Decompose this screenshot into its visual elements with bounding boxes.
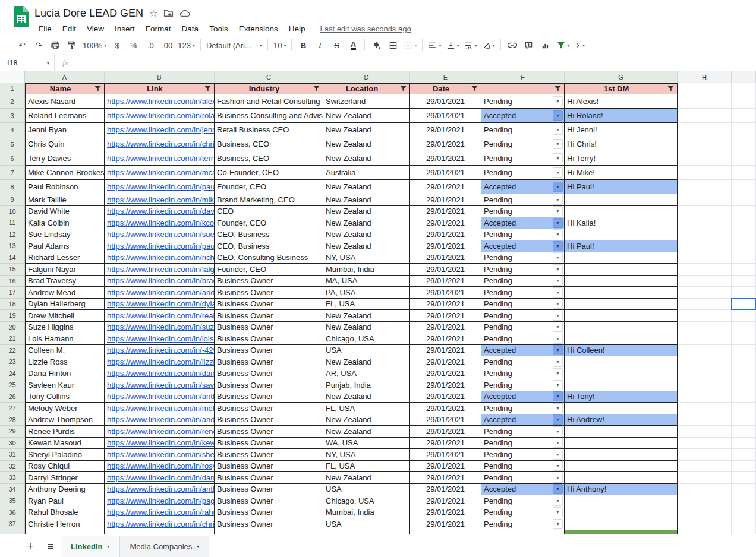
cell-dm[interactable] [565,264,678,276]
cell-industry[interactable]: Founder, CEO [215,180,323,194]
cell-dm[interactable]: Hi Terry! [565,151,678,166]
cell-empty[interactable] [732,276,756,287]
cell-empty[interactable] [678,449,732,461]
star-icon[interactable]: ☆ [149,8,158,19]
row-number[interactable]: 30 [0,438,25,450]
header-cell-industry[interactable]: Industry [215,83,323,94]
linkedin-link[interactable]: https://www.linkedin.com/in/rosy-c [107,461,215,470]
cell-empty[interactable] [732,166,756,180]
linkedin-link[interactable]: https://www.linkedin.com/in/christie [107,520,215,528]
functions-selector[interactable]: Σ▾ [573,37,588,53]
cell-location[interactable]: AR, USA [323,368,410,380]
cell-empty[interactable] [732,180,756,194]
cell-date[interactable]: 29/01/2021 [410,507,481,519]
cell-industry[interactable]: Business Owner [215,356,323,368]
status-dropdown-icon[interactable]: ▾ [553,345,563,355]
cell-industry[interactable]: Business Owner [215,345,323,357]
cell-dm[interactable]: Hi Mike! [565,166,678,180]
cell-status[interactable]: Pending ▾ [481,137,565,151]
cell-link[interactable]: https://www.linkedin.com/in/mike-t [105,194,215,206]
cell-link[interactable]: https://www.linkedin.com/in/andrew [105,287,215,299]
cell-link[interactable]: https://www.linkedin.com/in/falguni [105,264,215,276]
cell-status[interactable]: Pending ▾ [481,166,565,180]
filter-funnel-icon[interactable] [471,85,480,93]
cell-link[interactable]: https://www.linkedin.com/in/david- [105,206,215,218]
cell-empty[interactable] [732,240,756,252]
cell-location[interactable]: NY, USA [323,449,410,461]
cell-industry[interactable]: Fashion and Retail Consulting [215,94,323,109]
header-cell-date[interactable]: Date [410,83,481,94]
cell-industry[interactable]: Founder, CEO [215,264,323,276]
linkedin-link[interactable]: https://www.linkedin.com/in/roland [107,111,215,120]
cell-industry[interactable]: Business, CEO [215,137,323,151]
cell-empty[interactable] [678,83,732,94]
cell-location[interactable]: New Zealand [323,217,410,229]
cell-industry[interactable]: Business Owner [215,310,323,322]
cell-name[interactable]: Terry Davies [25,151,105,166]
cell-date[interactable]: 29/01/2021 [410,472,481,484]
cell-dm[interactable] [565,461,678,473]
status-dropdown-icon[interactable]: ▾ [553,195,563,205]
cell-empty[interactable] [732,391,756,403]
cell-status[interactable]: Pending ▾ [481,461,565,473]
cell-dm[interactable] [565,495,678,507]
cell-empty[interactable] [678,379,732,391]
linkedin-link[interactable]: https://www.linkedin.com/in/sue-lin [107,230,215,239]
cell-status[interactable]: Accepted ▾ [481,414,565,426]
cell-status[interactable]: Pending ▾ [481,472,565,484]
cell-empty[interactable] [678,345,732,357]
cell-link[interactable]: https://www.linkedin.com/in/jenni- [105,123,215,137]
cell-link[interactable]: https://www.linkedin.com/in/renee- [105,426,215,438]
status-dropdown-icon[interactable]: ▾ [553,264,563,274]
cell-empty[interactable] [732,217,756,229]
print-button[interactable] [48,37,63,53]
cell-industry[interactable]: Business Owner [215,461,323,473]
cell-dm[interactable]: Hi Chris! [565,137,678,151]
cell-empty[interactable] [678,287,732,299]
cell-status[interactable]: Pending ▾ [481,368,565,380]
cell-status[interactable]: Pending ▾ [481,299,565,311]
text-wrap-selector[interactable]: ▾ [462,37,479,53]
row-number[interactable]: 23 [0,356,25,368]
cell-empty[interactable] [678,368,732,380]
cell-date[interactable]: 29/01/2021 [410,180,481,194]
percent-format-button[interactable]: % [126,37,141,53]
cell-link[interactable]: https://www.linkedin.com/in/christie [105,518,215,530]
cell-link[interactable]: https://www.linkedin.com/in/bradtra [105,276,215,287]
status-dropdown-icon[interactable]: ▾ [553,229,563,239]
row-number[interactable]: 11 [0,217,25,229]
cell-industry[interactable]: Business Owner [215,472,323,484]
row-number[interactable]: 16 [0,276,25,287]
cell-date[interactable]: 29/01/2021 [410,518,481,530]
filter-funnel-icon[interactable] [94,85,103,93]
status-dropdown-icon[interactable]: ▾ [553,252,563,262]
cell-link[interactable]: https://www.linkedin.com/in/roland [105,109,215,123]
cell-link[interactable]: https://www.linkedin.com/in/pageo [105,495,215,507]
cell-empty[interactable] [732,322,756,334]
row-number[interactable]: 35 [0,495,25,507]
cell-empty[interactable] [678,180,732,194]
status-dropdown-icon[interactable]: ▾ [553,167,563,178]
cell-date[interactable]: 29/01/2021 [410,414,481,426]
cell-date[interactable]: 29/01/2021 [410,264,481,276]
cell-link[interactable]: https://www.linkedin.com/in/lizzie- [105,356,215,368]
status-dropdown-icon[interactable]: ▾ [553,182,563,192]
cell-empty[interactable] [678,229,732,241]
fill-color-button[interactable] [368,37,384,53]
cell-industry[interactable]: Business Owner [215,299,323,311]
cell-empty[interactable] [732,252,756,264]
cell-empty[interactable] [732,461,756,473]
row-number[interactable]: 27 [0,403,25,414]
cell-industry[interactable]: Business Owner [215,368,323,380]
cell-industry[interactable]: Co-Founder, CEO [215,166,323,180]
status-dropdown-icon[interactable]: ▾ [553,299,563,309]
cell-dm[interactable]: Hi Colleen! [565,345,678,357]
cell-status[interactable]: Pending ▾ [481,94,565,109]
cell-name[interactable] [25,530,105,534]
cell-name[interactable]: Lizzie Ross [25,356,105,368]
font-size-selector[interactable]: 10▾ [272,37,288,53]
cell-name[interactable]: Savleen Kaur [25,379,105,391]
cell-industry[interactable]: Business Owner [215,322,323,334]
cell-status[interactable]: Accepted ▾ [481,180,565,194]
cell-date[interactable]: 29/01/2021 [410,403,481,414]
